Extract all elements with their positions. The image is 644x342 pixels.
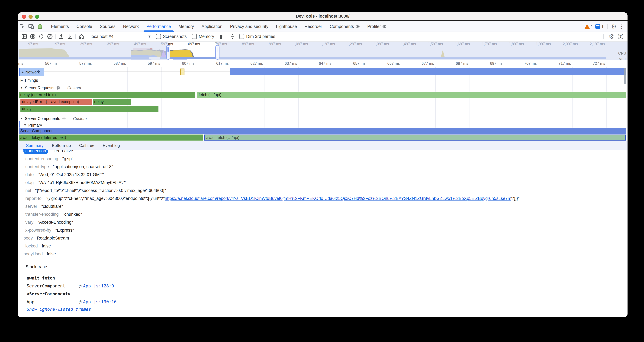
checkbox-box xyxy=(156,34,161,39)
property-key: x-powered-by xyxy=(25,228,51,233)
stack-trace-title: Stack trace xyxy=(18,263,628,271)
event-bar[interactable]: await fetch (…/api) xyxy=(204,135,626,141)
tab-label: Performance xyxy=(146,24,171,29)
issues-badge[interactable]: 1 xyxy=(595,24,604,29)
clear-icon[interactable] xyxy=(46,33,54,41)
tab-performance[interactable]: Performance xyxy=(142,22,175,32)
property-row: date"Wed, 01 Oct 2025 18:32:01 GMT" xyxy=(18,171,628,179)
titlebar: DevTools - localhost:3000/ xyxy=(18,12,628,21)
tab-lighthouse[interactable]: Lighthouse xyxy=(272,22,301,32)
property-value: "{\"report_to\":\"cf-nel\",\"success_fra… xyxy=(35,188,166,193)
home-icon[interactable] xyxy=(77,33,86,41)
more-options-icon[interactable]: ⋮ xyxy=(619,23,624,30)
tab-label: Sources xyxy=(100,24,116,29)
upload-profile-icon[interactable] xyxy=(57,33,66,41)
event-bar[interactable]: await delay (deferred text) xyxy=(19,135,203,141)
property-row: vary"Accept-Encoding" xyxy=(18,218,628,226)
tab-memory[interactable]: Memory xyxy=(175,22,198,32)
source-location-link[interactable]: App.js:190:16 xyxy=(83,299,116,304)
track-primary[interactable]: ▼ Primary xyxy=(22,122,44,128)
cpu-lane-label: CPU xyxy=(618,51,626,56)
scrollbar-thumb[interactable] xyxy=(624,68,626,84)
property-row: etag"W/\"4b1-RjEJloX9kRinu6F0MAZMmy6E5iA… xyxy=(18,179,628,187)
network-queued-line xyxy=(38,72,230,72)
stack-trace-section: Stack trace await fetchServerComponent@A… xyxy=(18,263,628,312)
stack-frame: <ServerComponent> xyxy=(18,290,628,298)
tab-profiler[interactable]: Profiler xyxy=(364,22,390,32)
ruler-tick-label: 617 ms xyxy=(202,61,229,66)
dim-3rd-parties-checkbox[interactable]: Dim 3rd parties xyxy=(239,34,275,39)
device-toolbar-icon[interactable] xyxy=(26,23,36,30)
overview-dim-right xyxy=(218,42,628,60)
tab-label: Privacy and security xyxy=(230,24,268,29)
timeline-overview[interactable]: 97 ms197 ms297 ms397 ms497 ms597 ms697 m… xyxy=(18,42,628,60)
source-location-link[interactable]: App.js:128:9 xyxy=(83,283,114,288)
history-select[interactable]: localhost #4▼ xyxy=(88,34,154,39)
help-icon[interactable]: ? xyxy=(618,34,624,39)
divider xyxy=(56,34,56,39)
property-key: content-type xyxy=(25,164,49,169)
tab-network[interactable]: Network xyxy=(119,22,142,32)
panel-tabs: ElementsConsoleSourcesNetworkPerformance… xyxy=(47,22,390,32)
tab-elements[interactable]: Elements xyxy=(47,22,73,32)
show-ignore-listed-frames-link[interactable]: Show ignore-listed frames xyxy=(26,307,628,312)
tab-recorder[interactable]: Recorder xyxy=(301,22,326,32)
download-profile-icon[interactable] xyxy=(66,33,74,41)
tab-console[interactable]: Console xyxy=(73,22,96,32)
record-icon[interactable] xyxy=(28,33,37,41)
inspect-element-icon[interactable] xyxy=(18,23,26,30)
track-network[interactable]: ▶ Network xyxy=(19,68,44,76)
event-bar[interactable]: fetch (…/api) xyxy=(197,92,626,98)
details-tab-summary[interactable]: Summary xyxy=(22,141,48,150)
event-bar[interactable]: ServerComponent xyxy=(19,128,626,134)
event-bar[interactable]: delay xyxy=(93,99,131,105)
tab-components[interactable]: Components xyxy=(326,22,364,32)
property-key: server xyxy=(25,204,37,209)
track-server-requests[interactable]: ▼ Server Requests — Custom xyxy=(19,85,82,91)
tab-application[interactable]: Application xyxy=(198,22,226,32)
event-bar[interactable]: delayedError (…ayed exception) xyxy=(20,99,92,105)
dock-side-icon[interactable] xyxy=(20,33,28,41)
ruler-tick-label: 647 ms xyxy=(304,61,331,66)
property-key: vary xyxy=(25,220,34,225)
divider xyxy=(76,34,76,39)
tab-sources[interactable]: Sources xyxy=(96,22,119,32)
timeline-ruler[interactable]: ms567 ms577 ms587 ms597 ms607 ms617 ms62… xyxy=(18,60,628,67)
screenshots-checkbox[interactable]: Screenshots xyxy=(156,34,187,39)
ignore-listing-icon[interactable] xyxy=(228,33,237,41)
tab-privacy-and-security[interactable]: Privacy and security xyxy=(226,22,272,32)
report-to-link[interactable]: https://a.nel.cloudflare.com/report/v4?s… xyxy=(165,196,511,201)
collect-garbage-icon[interactable] xyxy=(217,33,225,41)
event-bar[interactable]: delay xyxy=(20,106,158,112)
details-tab-call-tree[interactable]: Call tree xyxy=(75,141,98,150)
event-bar[interactable]: delay (deferred text) xyxy=(19,92,195,98)
property-row: content-encoding"gzip" xyxy=(18,155,628,163)
property-key: locked xyxy=(25,244,38,249)
devtools-tabbar: ElementsConsoleSourcesNetworkPerformance… xyxy=(18,22,628,32)
ruler-tick-label: 697 ms xyxy=(476,61,502,66)
panel-settings-gear-icon[interactable]: ⚙ xyxy=(608,33,614,40)
settings-gear-icon[interactable]: ⚙ xyxy=(611,23,617,30)
details-tab-bottom-up[interactable]: Bottom-up xyxy=(48,141,75,150)
ruler-tick-label: 707 ms xyxy=(510,61,537,66)
property-key: body xyxy=(24,236,33,241)
stack-frame: App@App.js:190:16 xyxy=(18,298,628,306)
stack-frame: await fetch xyxy=(18,274,628,282)
react-atom-icon xyxy=(382,25,386,29)
track-timings[interactable]: ▶ Timings xyxy=(19,77,40,84)
overview-tick-label: 697 ms xyxy=(174,42,200,46)
performance-toolbar: localhost #4▼ Screenshots Memory Dim 3rd… xyxy=(18,32,628,42)
tab-label: Console xyxy=(76,24,92,29)
details-tab-event-log[interactable]: Event log xyxy=(98,141,124,150)
warnings-badge[interactable]: ! 1 xyxy=(584,24,593,29)
network-pending-request[interactable] xyxy=(180,69,184,75)
ruler-tick-label: ms xyxy=(18,61,23,66)
reload-record-icon[interactable] xyxy=(37,33,46,41)
track-server-components[interactable]: ▼ Server Components — Custom xyxy=(19,116,88,122)
selection-handle-right[interactable] xyxy=(215,45,220,60)
property-key: report-to xyxy=(25,196,42,201)
memory-checkbox[interactable]: Memory xyxy=(192,34,214,39)
network-request-bar[interactable] xyxy=(230,68,626,75)
selection-handle-left[interactable] xyxy=(166,45,170,60)
property-key: etag xyxy=(25,180,34,185)
